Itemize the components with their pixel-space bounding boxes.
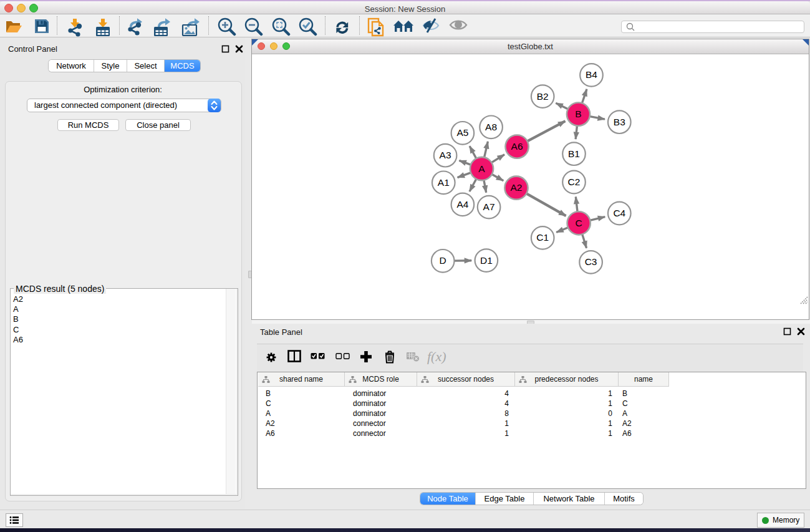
svg-text:C1: C1	[536, 232, 549, 243]
svg-text:D: D	[440, 255, 446, 266]
svg-text:A6: A6	[511, 141, 523, 152]
svg-text:C: C	[576, 218, 582, 228]
svg-text:B1: B1	[568, 148, 580, 159]
svg-text:C2: C2	[568, 177, 581, 187]
svg-text:C4: C4	[613, 208, 625, 218]
svg-text:A5: A5	[456, 127, 468, 138]
svg-text:B2: B2	[537, 91, 549, 102]
svg-text:C3: C3	[585, 256, 597, 267]
svg-text:A8: A8	[485, 122, 497, 132]
svg-text:A4: A4	[456, 199, 468, 210]
svg-text:D1: D1	[480, 255, 493, 266]
svg-text:A: A	[478, 163, 485, 174]
svg-text:B: B	[575, 109, 581, 119]
svg-text:B3: B3	[614, 117, 625, 127]
svg-text:A2: A2	[511, 182, 523, 193]
svg-text:A1: A1	[438, 177, 450, 188]
svg-text:A7: A7	[483, 201, 495, 212]
svg-text:A3: A3	[440, 150, 451, 160]
svg-text:B4: B4	[586, 69, 597, 80]
